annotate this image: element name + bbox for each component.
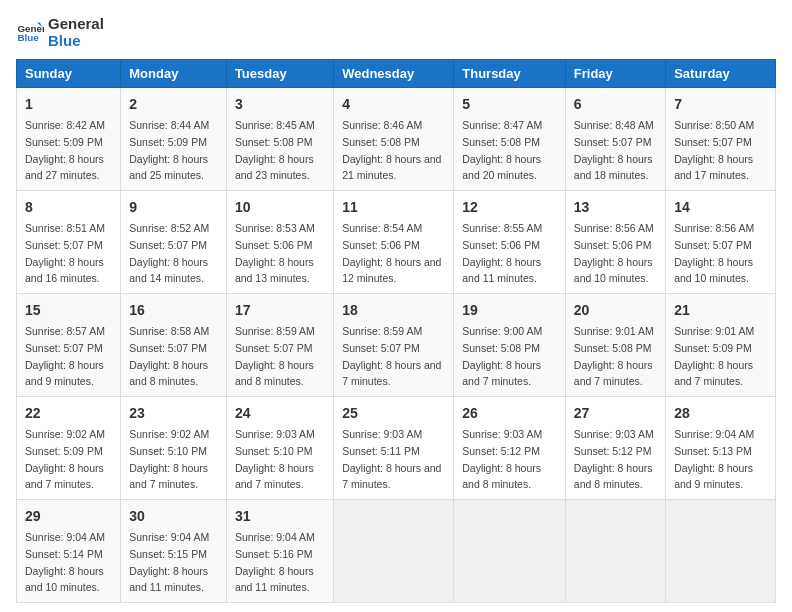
day-number: 4 bbox=[342, 94, 445, 115]
day-number: 15 bbox=[25, 300, 112, 321]
day-info: Sunrise: 9:01 AMSunset: 5:09 PMDaylight:… bbox=[674, 325, 754, 387]
day-number: 20 bbox=[574, 300, 657, 321]
calendar-cell: 29 Sunrise: 9:04 AMSunset: 5:14 PMDaylig… bbox=[17, 500, 121, 603]
calendar-cell: 15 Sunrise: 8:57 AMSunset: 5:07 PMDaylig… bbox=[17, 294, 121, 397]
day-info: Sunrise: 8:52 AMSunset: 5:07 PMDaylight:… bbox=[129, 222, 209, 284]
day-number: 25 bbox=[342, 403, 445, 424]
day-number: 23 bbox=[129, 403, 218, 424]
week-row-3: 15 Sunrise: 8:57 AMSunset: 5:07 PMDaylig… bbox=[17, 294, 776, 397]
day-info: Sunrise: 8:44 AMSunset: 5:09 PMDaylight:… bbox=[129, 119, 209, 181]
calendar-cell: 7 Sunrise: 8:50 AMSunset: 5:07 PMDayligh… bbox=[666, 88, 776, 191]
day-number: 22 bbox=[25, 403, 112, 424]
day-number: 13 bbox=[574, 197, 657, 218]
day-number: 12 bbox=[462, 197, 557, 218]
day-number: 5 bbox=[462, 94, 557, 115]
logo-text-general: General bbox=[48, 16, 104, 33]
calendar-cell: 8 Sunrise: 8:51 AMSunset: 5:07 PMDayligh… bbox=[17, 191, 121, 294]
calendar-cell bbox=[666, 500, 776, 603]
calendar-cell: 20 Sunrise: 9:01 AMSunset: 5:08 PMDaylig… bbox=[565, 294, 665, 397]
calendar-cell: 2 Sunrise: 8:44 AMSunset: 5:09 PMDayligh… bbox=[121, 88, 227, 191]
day-number: 11 bbox=[342, 197, 445, 218]
day-number: 9 bbox=[129, 197, 218, 218]
day-number: 1 bbox=[25, 94, 112, 115]
calendar-cell: 10 Sunrise: 8:53 AMSunset: 5:06 PMDaylig… bbox=[226, 191, 333, 294]
day-info: Sunrise: 9:04 AMSunset: 5:13 PMDaylight:… bbox=[674, 428, 754, 490]
day-number: 8 bbox=[25, 197, 112, 218]
day-number: 29 bbox=[25, 506, 112, 527]
calendar-cell: 6 Sunrise: 8:48 AMSunset: 5:07 PMDayligh… bbox=[565, 88, 665, 191]
header-cell-tuesday: Tuesday bbox=[226, 60, 333, 88]
week-row-2: 8 Sunrise: 8:51 AMSunset: 5:07 PMDayligh… bbox=[17, 191, 776, 294]
calendar-cell: 5 Sunrise: 8:47 AMSunset: 5:08 PMDayligh… bbox=[454, 88, 566, 191]
day-info: Sunrise: 8:56 AMSunset: 5:06 PMDaylight:… bbox=[574, 222, 654, 284]
header-row: SundayMondayTuesdayWednesdayThursdayFrid… bbox=[17, 60, 776, 88]
calendar-cell: 31 Sunrise: 9:04 AMSunset: 5:16 PMDaylig… bbox=[226, 500, 333, 603]
page-header: General Blue General Blue bbox=[16, 16, 776, 49]
day-info: Sunrise: 8:59 AMSunset: 5:07 PMDaylight:… bbox=[342, 325, 441, 387]
day-number: 2 bbox=[129, 94, 218, 115]
day-info: Sunrise: 9:02 AMSunset: 5:10 PMDaylight:… bbox=[129, 428, 209, 490]
day-number: 16 bbox=[129, 300, 218, 321]
calendar-cell: 11 Sunrise: 8:54 AMSunset: 5:06 PMDaylig… bbox=[334, 191, 454, 294]
calendar-cell: 4 Sunrise: 8:46 AMSunset: 5:08 PMDayligh… bbox=[334, 88, 454, 191]
calendar-cell: 16 Sunrise: 8:58 AMSunset: 5:07 PMDaylig… bbox=[121, 294, 227, 397]
day-info: Sunrise: 8:51 AMSunset: 5:07 PMDaylight:… bbox=[25, 222, 105, 284]
day-info: Sunrise: 9:00 AMSunset: 5:08 PMDaylight:… bbox=[462, 325, 542, 387]
day-info: Sunrise: 9:03 AMSunset: 5:12 PMDaylight:… bbox=[462, 428, 542, 490]
day-info: Sunrise: 8:42 AMSunset: 5:09 PMDaylight:… bbox=[25, 119, 105, 181]
day-number: 18 bbox=[342, 300, 445, 321]
calendar-cell bbox=[454, 500, 566, 603]
calendar-cell: 1 Sunrise: 8:42 AMSunset: 5:09 PMDayligh… bbox=[17, 88, 121, 191]
logo-icon: General Blue bbox=[16, 19, 44, 47]
day-info: Sunrise: 8:56 AMSunset: 5:07 PMDaylight:… bbox=[674, 222, 754, 284]
day-number: 10 bbox=[235, 197, 325, 218]
day-info: Sunrise: 9:04 AMSunset: 5:16 PMDaylight:… bbox=[235, 531, 315, 593]
calendar-cell: 25 Sunrise: 9:03 AMSunset: 5:11 PMDaylig… bbox=[334, 397, 454, 500]
day-number: 14 bbox=[674, 197, 767, 218]
calendar-cell: 22 Sunrise: 9:02 AMSunset: 5:09 PMDaylig… bbox=[17, 397, 121, 500]
day-info: Sunrise: 9:03 AMSunset: 5:12 PMDaylight:… bbox=[574, 428, 654, 490]
calendar-cell: 23 Sunrise: 9:02 AMSunset: 5:10 PMDaylig… bbox=[121, 397, 227, 500]
header-cell-friday: Friday bbox=[565, 60, 665, 88]
day-info: Sunrise: 8:46 AMSunset: 5:08 PMDaylight:… bbox=[342, 119, 441, 181]
day-info: Sunrise: 9:03 AMSunset: 5:10 PMDaylight:… bbox=[235, 428, 315, 490]
day-number: 19 bbox=[462, 300, 557, 321]
header-cell-saturday: Saturday bbox=[666, 60, 776, 88]
calendar-cell: 17 Sunrise: 8:59 AMSunset: 5:07 PMDaylig… bbox=[226, 294, 333, 397]
calendar-cell: 27 Sunrise: 9:03 AMSunset: 5:12 PMDaylig… bbox=[565, 397, 665, 500]
day-info: Sunrise: 8:59 AMSunset: 5:07 PMDaylight:… bbox=[235, 325, 315, 387]
day-number: 17 bbox=[235, 300, 325, 321]
day-number: 26 bbox=[462, 403, 557, 424]
day-info: Sunrise: 8:57 AMSunset: 5:07 PMDaylight:… bbox=[25, 325, 105, 387]
day-info: Sunrise: 8:45 AMSunset: 5:08 PMDaylight:… bbox=[235, 119, 315, 181]
calendar-cell: 28 Sunrise: 9:04 AMSunset: 5:13 PMDaylig… bbox=[666, 397, 776, 500]
day-number: 31 bbox=[235, 506, 325, 527]
header-cell-sunday: Sunday bbox=[17, 60, 121, 88]
day-info: Sunrise: 9:04 AMSunset: 5:14 PMDaylight:… bbox=[25, 531, 105, 593]
day-number: 24 bbox=[235, 403, 325, 424]
calendar-cell: 21 Sunrise: 9:01 AMSunset: 5:09 PMDaylig… bbox=[666, 294, 776, 397]
calendar-cell: 26 Sunrise: 9:03 AMSunset: 5:12 PMDaylig… bbox=[454, 397, 566, 500]
calendar-cell: 9 Sunrise: 8:52 AMSunset: 5:07 PMDayligh… bbox=[121, 191, 227, 294]
logo-text-blue: Blue bbox=[48, 33, 104, 50]
week-row-1: 1 Sunrise: 8:42 AMSunset: 5:09 PMDayligh… bbox=[17, 88, 776, 191]
day-info: Sunrise: 9:03 AMSunset: 5:11 PMDaylight:… bbox=[342, 428, 441, 490]
day-number: 3 bbox=[235, 94, 325, 115]
day-info: Sunrise: 8:50 AMSunset: 5:07 PMDaylight:… bbox=[674, 119, 754, 181]
calendar-cell: 30 Sunrise: 9:04 AMSunset: 5:15 PMDaylig… bbox=[121, 500, 227, 603]
day-info: Sunrise: 9:01 AMSunset: 5:08 PMDaylight:… bbox=[574, 325, 654, 387]
calendar-cell: 19 Sunrise: 9:00 AMSunset: 5:08 PMDaylig… bbox=[454, 294, 566, 397]
header-cell-monday: Monday bbox=[121, 60, 227, 88]
header-cell-thursday: Thursday bbox=[454, 60, 566, 88]
calendar-cell: 12 Sunrise: 8:55 AMSunset: 5:06 PMDaylig… bbox=[454, 191, 566, 294]
calendar-cell bbox=[334, 500, 454, 603]
day-info: Sunrise: 8:47 AMSunset: 5:08 PMDaylight:… bbox=[462, 119, 542, 181]
day-number: 27 bbox=[574, 403, 657, 424]
day-number: 30 bbox=[129, 506, 218, 527]
svg-text:Blue: Blue bbox=[17, 32, 39, 43]
calendar-table: SundayMondayTuesdayWednesdayThursdayFrid… bbox=[16, 59, 776, 603]
day-number: 21 bbox=[674, 300, 767, 321]
logo: General Blue General Blue bbox=[16, 16, 104, 49]
day-info: Sunrise: 8:48 AMSunset: 5:07 PMDaylight:… bbox=[574, 119, 654, 181]
day-info: Sunrise: 9:02 AMSunset: 5:09 PMDaylight:… bbox=[25, 428, 105, 490]
